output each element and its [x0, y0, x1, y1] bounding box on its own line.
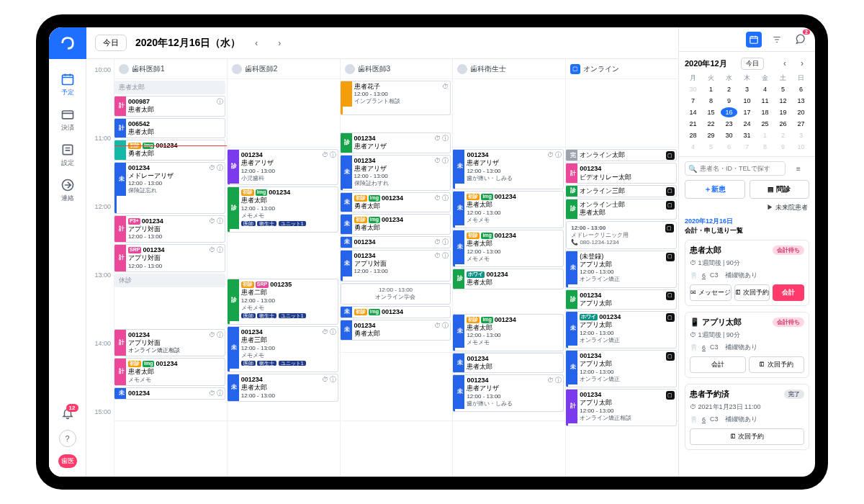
card-button[interactable]: 🗓 次回予約	[734, 284, 770, 301]
card-button[interactable]: ✉ メッセージ	[690, 284, 732, 301]
appointment[interactable]: 未ホワイ001234アプリ太郎12:00 - 13:00オンライン矯正▢	[566, 311, 677, 348]
view-calendar-icon[interactable]	[746, 32, 762, 48]
mini-cal-day[interactable]: 2	[775, 130, 791, 140]
role-chip[interactable]: 歯医	[58, 454, 77, 468]
appointment[interactable]: 未001234患者アリザ12:00 - 13:00保険証わすれ⏱ⓘ	[341, 155, 451, 191]
appointment[interactable]: 診001234患者アリザ12:00 - 13:00小児歯科⏱ⓘ	[228, 149, 338, 185]
mini-cal-day[interactable]: 3	[739, 84, 755, 94]
appointment[interactable]: 計006542患者太郎	[114, 118, 225, 139]
mini-cal-day[interactable]: 24	[739, 119, 755, 129]
new-patient-button[interactable]: ＋新患	[685, 180, 745, 199]
mini-cal-day[interactable]: 3	[793, 130, 809, 140]
card-button[interactable]: 会計	[690, 356, 746, 373]
appointment[interactable]: 未初診img001234	[341, 306, 451, 318]
mini-cal-day[interactable]: 7	[685, 96, 701, 106]
mini-cal-day[interactable]: 28	[685, 130, 701, 140]
mini-cal-day[interactable]: 1	[703, 84, 719, 94]
mini-cal-day[interactable]: 6	[793, 84, 809, 94]
search-filter-icon[interactable]: ≡	[796, 165, 809, 173]
card-button[interactable]: 🗓 次回予約	[749, 356, 805, 373]
today-button[interactable]: 今日	[95, 35, 127, 51]
column-body[interactable]: 完オンライン太郎▢計001234ビデオリレー太郎診オンライン三郎▢診オンライン士…	[566, 79, 678, 477]
mini-cal-day[interactable]: 23	[721, 119, 737, 129]
mini-cal-day[interactable]: 6	[721, 142, 737, 152]
appointment[interactable]: 未001234⏱ⓘ	[114, 387, 225, 400]
mini-cal-day[interactable]: 2	[721, 84, 737, 94]
mini-cal-day[interactable]: 21	[685, 119, 701, 129]
rail-item-calendar[interactable]: 予定	[60, 72, 75, 97]
interview-button[interactable]: ▤ 問診	[750, 180, 810, 199]
mini-cal-day[interactable]: 25	[757, 119, 773, 129]
appointment[interactable]: 未初診img001234勇者太郎⏱ⓘ	[341, 192, 451, 213]
mini-cal-day[interactable]: 10	[793, 142, 809, 152]
mini-cal-day[interactable]: 1	[757, 130, 773, 140]
appointment[interactable]: 未001234患者アリザ12:00 - 13:00歯が痛い・しみる⏱ⓘ	[453, 374, 564, 412]
appointment[interactable]: 完オンライン太郎▢	[566, 149, 677, 161]
appointment[interactable]: 計001234アプリ太郎12:00 - 13:00オンライン矯正相談▢	[566, 389, 677, 426]
mini-cal-day[interactable]: 8	[757, 142, 773, 152]
card-button[interactable]: 🗓 次回予約	[690, 428, 804, 445]
appointment[interactable]: 未001234患者太郎12:00 - 13:00⏱ⓘ	[228, 374, 338, 402]
appointment[interactable]: 初診img001234勇者太郎	[114, 140, 225, 161]
notifications-bell[interactable]: 12	[61, 407, 74, 423]
appointment[interactable]: 診オンライン三郎▢	[566, 185, 677, 197]
mini-cal-day[interactable]: 18	[757, 107, 773, 117]
mini-prev[interactable]: ‹	[778, 56, 792, 71]
mini-cal-day[interactable]: 14	[685, 107, 701, 117]
mini-cal-day[interactable]: 10	[739, 96, 755, 106]
appointment[interactable]: 診初診img001234患者太郎12:00 - 13:00メモメモ医師 衛生士 …	[228, 186, 338, 233]
mini-cal-day[interactable]: 13	[793, 96, 809, 106]
mini-cal-day[interactable]: 20	[793, 107, 809, 117]
appointment[interactable]: 未001234⏱ⓘ	[341, 236, 451, 248]
appointment[interactable]: 計初診img001234患者太郎メモメモ	[114, 358, 225, 386]
mini-cal-day[interactable]: 9	[721, 96, 737, 106]
appointment[interactable]: 未001234患者太郎	[453, 353, 564, 374]
mini-cal-day[interactable]: 9	[775, 142, 791, 152]
next-day-button[interactable]: ›	[272, 36, 287, 50]
appointment[interactable]: 計000987患者太郎ⓘ	[114, 96, 225, 117]
prev-day-button[interactable]: ‹	[249, 36, 264, 50]
free-slot[interactable]: 12:00 - 13:00オンライン学会	[341, 283, 451, 305]
mini-cal-day[interactable]: 16	[721, 107, 737, 117]
mini-cal-day[interactable]: 30	[685, 84, 701, 94]
rail-item-settings[interactable]: 設定	[60, 143, 75, 168]
mini-cal-day[interactable]: 11	[757, 96, 773, 106]
mini-next[interactable]: ›	[795, 56, 809, 71]
column-body[interactable]: 診001234患者アリザ12:00 - 13:00小児歯科⏱ⓘ診初診img001…	[228, 79, 340, 477]
mini-cal-day[interactable]: 4	[757, 84, 773, 94]
appointment[interactable]: 未001234メドレーアリザ12:00 - 13:00保険証忘れ⏱ⓘ	[114, 162, 225, 214]
mini-cal-day[interactable]: 30	[721, 130, 737, 140]
mini-cal-day[interactable]: 19	[775, 107, 791, 117]
mini-cal-day[interactable]: 5	[703, 142, 719, 152]
mini-cal-day[interactable]: 26	[775, 119, 791, 129]
appointment[interactable]: 未初診img001234勇者太郎	[341, 214, 451, 235]
appointment[interactable]: 計001234ビデオリレー太郎	[566, 163, 677, 184]
help-button[interactable]: ?	[59, 430, 76, 447]
appointment[interactable]: 計001234アプリ対面オンライン矯正相談⏱ⓘ	[114, 329, 225, 357]
mini-cal-day[interactable]: 22	[703, 119, 719, 129]
app-logo[interactable]	[49, 27, 86, 59]
appointment[interactable]: 患者花子12:00 - 13:00インプラント相談⏱	[341, 81, 451, 115]
mini-cal-day[interactable]: 5	[775, 84, 791, 94]
column-body[interactable]: 未001234患者アリザ12:00 - 13:00歯が痛い・しみる⏱ⓘ未初診im…	[453, 79, 565, 477]
appointment[interactable]: 診オンライン士郎患者太郎▢	[566, 199, 677, 220]
mini-cal-day[interactable]: 7	[739, 142, 755, 152]
card-button[interactable]: 会計	[773, 284, 804, 301]
appointment[interactable]: 未001234アプリ対面12:00 - 13:00⏱ⓘ	[341, 250, 451, 282]
appointment[interactable]: 計P3+001234アプリ対面12:00 - 13:00⏱ⓘ	[114, 215, 225, 243]
appointment[interactable]: 診001234アプリ太郎▢	[566, 289, 677, 310]
column-body[interactable]: 患者太郎計000987患者太郎ⓘ計006542患者太郎初診img001234勇者…	[114, 79, 227, 477]
mini-cal-day[interactable]: 17	[739, 107, 755, 117]
search-input[interactable]	[685, 161, 786, 176]
filter-icon[interactable]	[769, 32, 785, 48]
rail-item-payment[interactable]: 決済	[60, 107, 75, 132]
mini-cal-day[interactable]: 27	[793, 119, 809, 129]
appointment[interactable]: 未001234患者三郎12:00 - 13:00メモメモ医師 衛生士 ユニット1…	[228, 326, 338, 372]
appointment[interactable]: 未001234勇者太郎⏱ⓘ	[341, 320, 451, 341]
appointment[interactable]: 診ホワイ001234患者太郎	[453, 269, 564, 289]
mini-cal-day[interactable]: 12	[775, 96, 791, 106]
appointment[interactable]: 未(未登録)アプリ太郎12:00 - 13:00オンライン矯正▢	[566, 251, 677, 288]
future-patients-link[interactable]: ▶ 未来院患者	[679, 203, 815, 217]
mini-cal-today[interactable]: 今日	[741, 58, 764, 70]
rail-item-send[interactable]: 連絡	[60, 178, 75, 203]
